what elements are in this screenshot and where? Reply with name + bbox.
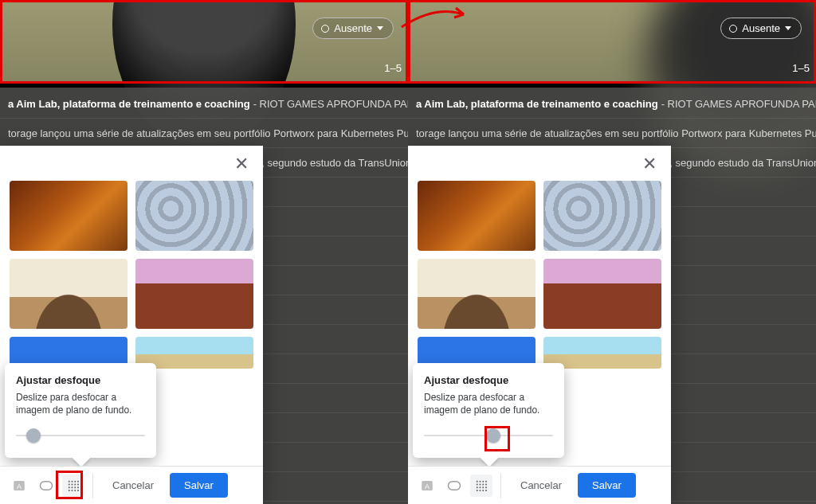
svg-point-26 [477,483,478,485]
chevron-down-icon [377,26,383,30]
svg-point-17 [74,490,76,491]
slider-knob[interactable] [486,428,500,443]
svg-point-11 [69,486,70,488]
svg-point-25 [485,480,487,482]
svg-point-3 [69,480,70,482]
svg-point-13 [74,486,76,488]
arrow-annotation [398,3,473,35]
svg-point-5 [74,480,76,482]
popover-text: Deslize para desfocar a imagem de plano … [424,391,553,416]
slider-knob[interactable] [26,428,41,443]
toolbar-separator [500,473,501,498]
toolbar-separator [92,473,93,498]
mail-snippet: torage lançou uma série de atualizações … [8,127,408,139]
mail-row[interactable]: a Aim Lab, plataforma de treinamento e c… [0,89,408,119]
svg-point-8 [72,483,73,485]
svg-point-24 [482,480,484,482]
text-bg-icon[interactable]: A [416,475,438,497]
panel-before: Ausente 1–5 a Aim Lab, plataforma de tre… [0,0,408,504]
theme-thumb[interactable] [10,259,128,329]
cancel-button[interactable]: Cancelar [509,473,573,498]
theme-thumb[interactable] [418,259,536,329]
svg-point-4 [72,480,73,482]
mail-row[interactable]: a Aim Lab, plataforma de treinamento e c… [408,89,816,119]
svg-point-9 [74,483,76,485]
theme-thumb[interactable] [418,181,536,251]
theme-thumb[interactable] [10,181,128,251]
svg-point-28 [482,483,484,485]
theme-thumb[interactable] [543,181,661,251]
status-label: Ausente [334,22,372,34]
svg-point-12 [72,486,73,488]
modal-toolbar: A Cancelar Salvar [0,466,263,504]
svg-point-23 [480,480,481,482]
svg-point-30 [477,486,478,488]
blur-popover: Ajustar desfoque Deslize para desfocar a… [5,363,156,458]
panel-after: Ausente 1–5 a Aim Lab, plataforma de tre… [408,0,816,504]
theme-modal: ✕ Ajustar desfoque Deslize para desfocar… [0,146,263,504]
chevron-down-icon [785,26,791,30]
pagination-count: 1–5 [384,62,402,74]
save-button[interactable]: Salvar [170,473,228,498]
mail-row[interactable]: torage lançou uma série de atualizações … [0,119,408,148]
svg-point-22 [477,480,478,482]
vignette-icon[interactable] [443,475,465,497]
svg-point-27 [480,483,481,485]
svg-rect-2 [41,481,53,490]
status-dot-icon [729,25,737,33]
text-bg-icon[interactable]: A [8,475,30,497]
svg-text:A: A [17,482,22,490]
cancel-button[interactable]: Cancelar [101,473,165,498]
theme-thumb[interactable] [135,181,253,251]
close-icon: ✕ [642,154,657,174]
svg-point-18 [77,490,79,491]
blur-popover: Ajustar desfoque Deslize para desfocar a… [413,363,564,458]
mail-snippet: torage lançou uma série de atualizações … [416,127,816,139]
popover-text: Deslize para desfocar a imagem de plano … [16,391,145,416]
status-chip[interactable]: Ausente [312,18,394,39]
popover-title: Ajustar desfoque [16,374,145,386]
vignette-icon[interactable] [35,475,57,497]
theme-thumbnails [408,181,671,369]
blur-slider[interactable] [16,428,145,443]
mail-row[interactable]: torage lançou uma série de atualizações … [408,119,816,148]
modal-toolbar: A Cancelar Salvar [408,466,671,504]
theme-thumb[interactable] [543,259,661,329]
popover-title: Ajustar desfoque [424,374,553,386]
popover-pointer [73,449,91,467]
svg-point-29 [485,483,487,485]
status-label: Ausente [742,22,780,34]
theme-modal: ✕ Ajustar desfoque Deslize para desfocar… [408,146,671,504]
svg-point-35 [480,490,481,491]
close-icon: ✕ [234,154,249,174]
svg-point-36 [482,490,484,491]
svg-point-31 [480,486,481,488]
status-dot-icon [321,25,329,33]
theme-thumbnails [0,181,263,369]
svg-point-7 [69,483,70,485]
mail-snippet: - RIOT GAMES APROFUNDA PARCERIA COM [253,98,408,110]
svg-point-32 [482,486,484,488]
pagination-count: 1–5 [792,62,810,74]
svg-point-6 [77,480,79,482]
mail-lead: a Aim Lab, plataforma de treinamento e c… [8,98,250,110]
svg-text:A: A [425,482,430,490]
svg-point-37 [485,490,487,491]
svg-point-34 [477,490,478,491]
svg-rect-21 [449,481,461,490]
save-button[interactable]: Salvar [578,473,636,498]
popover-pointer [481,449,499,467]
svg-point-15 [69,490,70,491]
blur-slider[interactable] [424,428,553,443]
close-button[interactable]: ✕ [231,154,252,174]
svg-point-33 [485,486,487,488]
mail-snippet: - RIOT GAMES APROFUNDA PARCERIA COM [661,98,816,110]
blur-grid-icon[interactable] [470,475,492,497]
blur-grid-icon[interactable] [62,475,84,497]
theme-thumb[interactable] [135,259,253,329]
mail-lead: a Aim Lab, plataforma de treinamento e c… [416,98,658,110]
close-button[interactable]: ✕ [639,154,660,174]
svg-point-16 [72,490,73,491]
status-chip[interactable]: Ausente [720,18,802,39]
svg-point-14 [77,486,79,488]
